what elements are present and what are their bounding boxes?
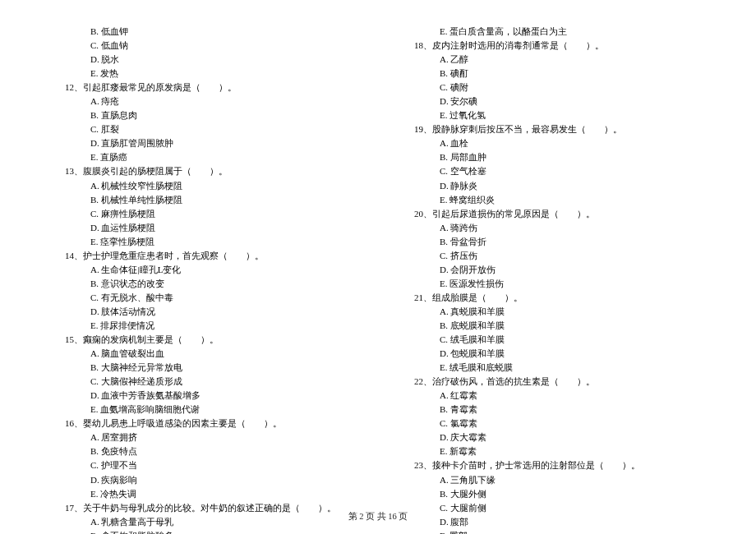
q15-opt-b: B. 大脑神经元异常放电: [53, 361, 353, 375]
q20-opt-b: B. 骨盆骨折: [403, 235, 703, 249]
q15-opt-c: C. 大脑假神经递质形成: [53, 375, 353, 389]
q23-stem: 23、接种卡介苗时，护士常选用的注射部位是（ ）。: [403, 458, 703, 472]
q21-opt-a: A. 真蜕膜和羊膜: [403, 305, 703, 319]
q22-opt-c: C. 氯霉素: [403, 417, 703, 430]
q23-opt-b: B. 大腿外侧: [403, 487, 703, 501]
q16-opt-e: E. 冷热失调: [53, 487, 353, 501]
q13-opt-d: D. 血运性肠梗阻: [53, 221, 353, 235]
q21-opt-c: C. 绒毛膜和羊膜: [403, 333, 703, 347]
q12-opt-d: D. 直肠肛管周围脓肿: [53, 136, 353, 150]
q12-opt-b: B. 直肠息肉: [53, 108, 353, 122]
q21-opt-b: B. 底蜕膜和羊膜: [403, 319, 703, 333]
q16-opt-a: A. 居室拥挤: [53, 430, 353, 444]
q21-opt-e: E. 绒毛膜和底蜕膜: [403, 361, 703, 375]
left-column: B. 低血钾 C. 低血钠 D. 脱水 E. 发热 12、引起肛瘘最常见的原发病…: [53, 25, 378, 501]
q14-opt-e: E. 排尿排便情况: [53, 319, 353, 333]
q14-opt-c: C. 有无脱水、酸中毒: [53, 291, 353, 305]
q15-stem: 15、癫痫的发病机制主要是（ ）。: [53, 333, 353, 347]
q12-stem: 12、引起肛瘘最常见的原发病是（ ）。: [53, 81, 353, 94]
q19-opt-e: E. 蜂窝组织炎: [403, 193, 703, 207]
q16-opt-b: B. 免疫特点: [53, 444, 353, 458]
q16-opt-d: D. 疾病影响: [53, 473, 353, 487]
q14-opt-a: A. 生命体征|瞳孔L变化: [53, 263, 353, 277]
q11-opt-c: C. 低血钠: [53, 39, 353, 53]
q19-opt-c: C. 空气栓塞: [403, 164, 703, 178]
q18-opt-d: D. 安尔碘: [403, 94, 703, 108]
q17-opt-b: B. 含不饱和脂肪酸多: [53, 529, 353, 534]
q19-stem: 19、股静脉穿刺后按压不当，最容易发生（ ）。: [403, 122, 703, 136]
q18-stem: 18、皮内注射时选用的消毒剂通常是（ ）。: [403, 39, 703, 53]
q18-opt-e: E. 过氧化氢: [403, 108, 703, 122]
q15-opt-d: D. 血液中芳香族氨基酸增多: [53, 389, 353, 403]
q19-opt-a: A. 血栓: [403, 136, 703, 150]
q22-stem: 22、治疗破伤风，首选的抗生素是（ ）。: [403, 375, 703, 389]
q22-opt-e: E. 新霉素: [403, 444, 703, 458]
q13-stem: 13、腹膜炎引起的肠梗阻属于（ ）。: [53, 164, 353, 178]
q21-stem: 21、组成胎膜是（ ）。: [403, 291, 703, 305]
q13-opt-b: B. 机械性单纯性肠梗阻: [53, 193, 353, 207]
q20-opt-a: A. 骑跨伤: [403, 221, 703, 235]
q20-opt-d: D. 会阴开放伤: [403, 263, 703, 277]
q11-opt-b: B. 低血钾: [53, 25, 353, 39]
q20-stem: 20、引起后尿道损伤的常见原因是（ ）。: [403, 207, 703, 221]
q22-opt-b: B. 青霉素: [403, 403, 703, 417]
q15-opt-a: A. 脑血管破裂出血: [53, 347, 353, 361]
q18-opt-c: C. 碘附: [403, 81, 703, 94]
q21-opt-d: D. 包蜕膜和羊膜: [403, 347, 703, 361]
q22-opt-a: A. 红霉素: [403, 389, 703, 403]
q12-opt-e: E. 直肠癌: [53, 150, 353, 164]
right-column: E. 蛋白质含量高，以酪蛋白为主 18、皮内注射时选用的消毒剂通常是（ ）。 A…: [378, 25, 703, 501]
q16-stem: 16、婴幼儿易患上呼吸道感染的因素主要是（ ）。: [53, 417, 353, 430]
q13-opt-c: C. 麻痹性肠梗阻: [53, 207, 353, 221]
q14-opt-b: B. 意识状态的改变: [53, 277, 353, 291]
q13-opt-a: A. 机械性绞窄性肠梗阻: [53, 179, 353, 193]
page-container: B. 低血钾 C. 低血钠 D. 脱水 E. 发热 12、引起肛瘘最常见的原发病…: [0, 0, 756, 534]
q14-opt-d: D. 肢体活动情况: [53, 305, 353, 319]
q11-opt-d: D. 脱水: [53, 53, 353, 67]
page-footer: 第 2 页 共 16 页: [0, 511, 756, 522]
q16-opt-c: C. 护理不当: [53, 458, 353, 472]
q13-opt-e: E. 痉挛性肠梗阻: [53, 235, 353, 249]
q23-opt-e: E. 臀部: [403, 529, 703, 534]
q11-opt-e: E. 发热: [53, 67, 353, 81]
q12-opt-a: A. 痔疮: [53, 94, 353, 108]
q22-opt-d: D. 庆大霉素: [403, 430, 703, 444]
q12-opt-c: C. 肛裂: [53, 122, 353, 136]
q17-opt-e: E. 蛋白质含量高，以酪蛋白为主: [403, 25, 703, 39]
q19-opt-d: D. 静脉炎: [403, 179, 703, 193]
q20-opt-e: E. 医源发性损伤: [403, 277, 703, 291]
q23-opt-a: A. 三角肌下缘: [403, 473, 703, 487]
q14-stem: 14、护士护理危重症患者时，首先观察（ ）。: [53, 249, 353, 263]
q18-opt-b: B. 碘酊: [403, 67, 703, 81]
q15-opt-e: E. 血氨增高影响脑细胞代谢: [53, 403, 353, 417]
q20-opt-c: C. 挤压伤: [403, 249, 703, 263]
q19-opt-b: B. 局部血肿: [403, 150, 703, 164]
q18-opt-a: A. 乙醇: [403, 53, 703, 67]
